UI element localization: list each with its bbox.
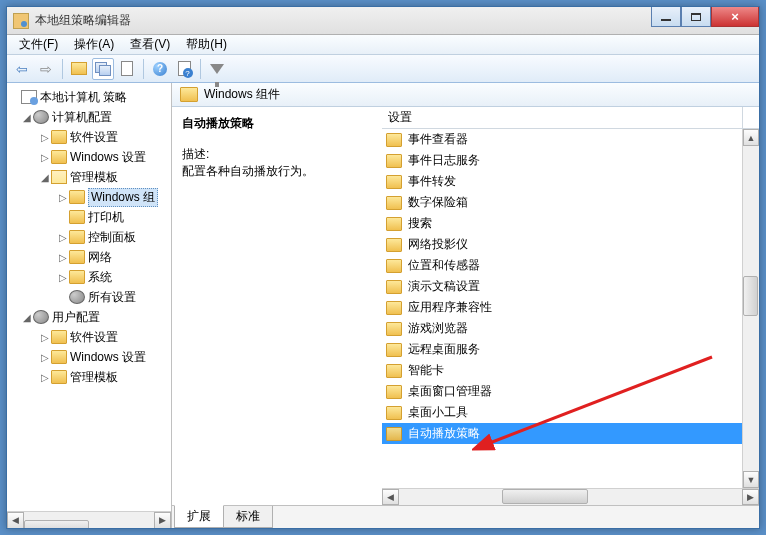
scroll-right-button[interactable]: ▶ (154, 512, 171, 529)
help-doc-icon (178, 61, 191, 76)
list-item-label: 演示文稿设置 (408, 278, 480, 295)
column-header-setting[interactable]: 设置 (388, 109, 412, 126)
list-item[interactable]: 位置和传感器 (382, 255, 742, 276)
tree-computer-config[interactable]: ◢计算机配置 (9, 107, 169, 127)
list-header[interactable]: 设置 (382, 107, 759, 129)
settings-list-column: 设置 事件查看器事件日志服务事件转发数字保险箱搜索网络投影仪位置和传感器演示文稿… (382, 107, 759, 505)
toolbar: ⇦ ⇨ ? (7, 55, 759, 83)
content-area: 自动播放策略 描述: 配置各种自动播放行为。 设置 事件查看器事件日志服务事件转… (172, 107, 759, 506)
up-folder-button[interactable] (68, 58, 90, 80)
list-item[interactable]: 智能卡 (382, 360, 742, 381)
toolbar-separator (62, 59, 63, 79)
list-item[interactable]: 桌面窗口管理器 (382, 381, 742, 402)
list-item[interactable]: 自动播放策略 (382, 423, 742, 444)
menu-help[interactable]: 帮助(H) (178, 34, 235, 55)
scroll-track[interactable] (399, 489, 742, 505)
list-item[interactable]: 事件转发 (382, 171, 742, 192)
list-item[interactable]: 事件日志服务 (382, 150, 742, 171)
settings-list[interactable]: 事件查看器事件日志服务事件转发数字保险箱搜索网络投影仪位置和传感器演示文稿设置应… (382, 129, 742, 488)
tree-item[interactable]: ▷Windows 设置 (9, 147, 169, 167)
tree-item[interactable]: 打印机 (9, 207, 169, 227)
list-item-label: 数字保险箱 (408, 194, 468, 211)
list-item[interactable]: 演示文稿设置 (382, 276, 742, 297)
folder-icon (386, 259, 402, 273)
scroll-right-button[interactable]: ▶ (742, 489, 759, 505)
nav-tree[interactable]: 本地计算机 策略 ◢计算机配置 ▷软件设置 ▷Windows 设置 ◢管理模板 … (7, 83, 171, 511)
folder-icon (386, 427, 402, 441)
list-item[interactable]: 远程桌面服务 (382, 339, 742, 360)
list-item[interactable]: 网络投影仪 (382, 234, 742, 255)
maximize-button[interactable] (681, 7, 711, 27)
scroll-thumb[interactable] (502, 489, 588, 504)
tree-item[interactable]: ▷网络 (9, 247, 169, 267)
folder-icon (386, 322, 402, 336)
list-item[interactable]: 搜索 (382, 213, 742, 234)
description-column: 自动播放策略 描述: 配置各种自动播放行为。 (172, 107, 382, 505)
gear-icon (69, 290, 85, 304)
tree-item[interactable]: ▷软件设置 (9, 127, 169, 147)
menu-view[interactable]: 查看(V) (122, 34, 178, 55)
folder-icon (51, 350, 67, 364)
folder-icon (386, 343, 402, 357)
minimize-button[interactable] (651, 7, 681, 27)
tab-extended[interactable]: 扩展 (174, 505, 224, 528)
tree-hscrollbar[interactable]: ◀ ▶ (7, 511, 171, 528)
gear-icon (33, 310, 49, 324)
tab-standard[interactable]: 标准 (223, 506, 273, 528)
list-item[interactable]: 桌面小工具 (382, 402, 742, 423)
menubar: 文件(F) 操作(A) 查看(V) 帮助(H) (7, 35, 759, 55)
details-pane: Windows 组件 自动播放策略 描述: 配置各种自动播放行为。 设置 事件查 (172, 83, 759, 528)
help-button[interactable]: ? (149, 58, 171, 80)
path-header: Windows 组件 (172, 83, 759, 107)
folder-icon (386, 175, 402, 189)
tree-user-config[interactable]: ◢用户配置 (9, 307, 169, 327)
folder-icon (180, 87, 198, 102)
scroll-up-button[interactable]: ▲ (743, 129, 759, 146)
scroll-thumb[interactable] (743, 276, 758, 316)
menu-action[interactable]: 操作(A) (66, 34, 122, 55)
scroll-thumb[interactable] (24, 520, 89, 528)
tree-item[interactable]: ▷软件设置 (9, 327, 169, 347)
titlebar[interactable]: 本地组策略编辑器 × (7, 7, 759, 35)
folder-icon (51, 370, 67, 384)
tree-item[interactable]: ▷Windows 设置 (9, 347, 169, 367)
folder-icon (386, 133, 402, 147)
list-item-label: 智能卡 (408, 362, 444, 379)
policy-icon (21, 90, 37, 104)
nav-forward-button[interactable]: ⇨ (35, 58, 57, 80)
nav-back-button[interactable]: ⇦ (11, 58, 33, 80)
folder-icon (69, 250, 85, 264)
list-vscrollbar[interactable]: ▲ ▼ (742, 129, 759, 488)
list-item[interactable]: 游戏浏览器 (382, 318, 742, 339)
scroll-left-button[interactable]: ◀ (382, 489, 399, 505)
help-doc-button[interactable] (173, 58, 195, 80)
scroll-down-button[interactable]: ▼ (743, 471, 759, 488)
list-item-label: 搜索 (408, 215, 432, 232)
close-button[interactable]: × (711, 7, 759, 27)
list-item-label: 事件查看器 (408, 131, 468, 148)
tree-item[interactable]: ▷管理模板 (9, 367, 169, 387)
list-item[interactable]: 数字保险箱 (382, 192, 742, 213)
show-tree-button[interactable] (92, 58, 114, 80)
folder-icon (69, 270, 85, 284)
path-label: Windows 组件 (204, 86, 280, 103)
menu-file[interactable]: 文件(F) (11, 34, 66, 55)
tree-windows-components[interactable]: ▷Windows 组 (9, 187, 169, 207)
tree-all-settings[interactable]: 所有设置 (9, 287, 169, 307)
description-text: 配置各种自动播放行为。 (182, 163, 372, 180)
tree-root[interactable]: 本地计算机 策略 (9, 87, 169, 107)
folder-icon (69, 190, 85, 204)
list-hscrollbar[interactable]: ◀ ▶ (382, 488, 759, 505)
folder-icon (69, 230, 85, 244)
list-item[interactable]: 事件查看器 (382, 129, 742, 150)
folder-icon (386, 385, 402, 399)
tree-item[interactable]: ▷系统 (9, 267, 169, 287)
tree-admin-templates[interactable]: ◢管理模板 (9, 167, 169, 187)
tree-item[interactable]: ▷控制面板 (9, 227, 169, 247)
filter-button[interactable] (206, 58, 228, 80)
scroll-track[interactable] (743, 146, 759, 471)
export-button[interactable] (116, 58, 138, 80)
help-icon: ? (153, 62, 167, 76)
list-item[interactable]: 应用程序兼容性 (382, 297, 742, 318)
scroll-left-button[interactable]: ◀ (7, 512, 24, 529)
